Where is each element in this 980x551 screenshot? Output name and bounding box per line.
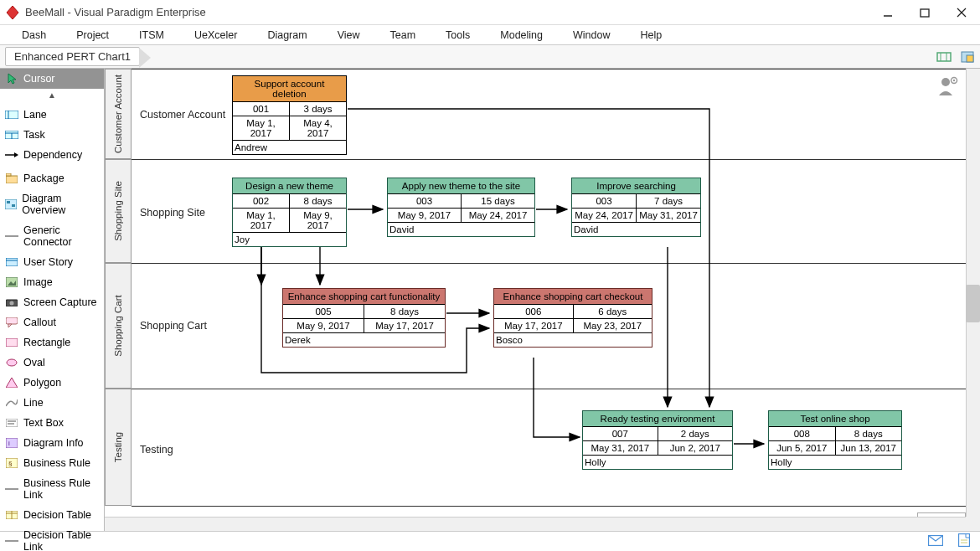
- task-001[interactable]: Support account deletion 0013 days May 1…: [232, 75, 347, 155]
- tablelink-icon: [5, 535, 18, 547]
- task-006[interactable]: Enhance shopping cart checkout 0066 days…: [493, 288, 652, 348]
- minimize-button[interactable]: [869, 0, 906, 25]
- palette-label: Decision Table: [23, 509, 91, 521]
- palette-dependency[interactable]: Dependency: [0, 145, 104, 165]
- palette-rectangle[interactable]: Rectangle: [0, 332, 104, 353]
- titlebar: BeeMall - Visual Paradigm Enterprise: [0, 0, 980, 25]
- menu-itsm[interactable]: ITSM: [124, 27, 179, 44]
- lane-header-customer-account[interactable]: Customer Account: [105, 69, 132, 159]
- palette-label: Business Rule: [23, 457, 90, 469]
- lane-icon: [5, 109, 18, 121]
- diagram-tab[interactable]: Enhanced PERT Chart1: [5, 47, 140, 66]
- task-008[interactable]: Test online shop 0088 days Jun 5, 2017Ju…: [768, 410, 902, 470]
- userstory-icon: [5, 256, 18, 268]
- palette-info[interactable]: iDiagram Info: [0, 433, 104, 453]
- menu-window[interactable]: Window: [558, 27, 625, 44]
- svg-rect-2: [921, 9, 929, 17]
- close-button[interactable]: [943, 0, 980, 25]
- lane-label-customer-account: Customer Account: [140, 109, 225, 121]
- scroll-thumb[interactable]: [966, 285, 980, 322]
- palette-lane[interactable]: Lane: [0, 105, 104, 125]
- palette-oval[interactable]: Oval: [0, 353, 104, 373]
- horizontal-scrollbar[interactable]: [105, 517, 966, 531]
- menubar: Dash Project ITSM UeXceler Diagram View …: [0, 25, 980, 45]
- menu-diagram[interactable]: Diagram: [252, 27, 322, 44]
- task-003[interactable]: Apply new theme to the site 00315 days M…: [387, 178, 535, 237]
- task-003b[interactable]: Improve searching 0037 days May 24, 2017…: [571, 178, 701, 237]
- menu-uexceler[interactable]: UeXceler: [179, 27, 252, 44]
- lane-label-shopping-cart: Shopping Cart: [140, 320, 207, 332]
- task-title: Ready testing environment: [583, 411, 732, 427]
- lane-header-shopping-site[interactable]: Shopping Site: [105, 159, 132, 263]
- oval-icon: [5, 357, 18, 368]
- menu-help[interactable]: Help: [625, 27, 677, 44]
- svg-rect-9: [967, 55, 973, 62]
- palette-callout[interactable]: Callout: [0, 312, 104, 332]
- scroll-corner: [966, 517, 980, 531]
- avatar-icon[interactable]: [937, 75, 959, 100]
- menu-modeling[interactable]: Modeling: [485, 27, 558, 44]
- pane-icon[interactable]: [960, 50, 975, 64]
- menu-tools[interactable]: Tools: [431, 27, 485, 44]
- task-icon: [5, 129, 18, 141]
- palette-label: Cursor: [23, 73, 55, 85]
- palette-label: Decision Table Link: [23, 529, 99, 551]
- palette-label: Text Box: [23, 417, 64, 429]
- task-title: Apply new theme to the site: [388, 178, 534, 194]
- lane-headers: Customer Account Shopping Site Shopping …: [105, 69, 132, 531]
- lane-header-shopping-cart[interactable]: Shopping Cart: [105, 263, 132, 389]
- palette-textbox[interactable]: Text Box: [0, 413, 104, 433]
- vertical-scrollbar[interactable]: [966, 69, 980, 517]
- main-area: Cursor ▲ Lane Task Dependency Package Di…: [0, 69, 980, 531]
- palette-capture[interactable]: Screen Capture: [0, 292, 104, 312]
- rule-icon: §: [5, 457, 18, 469]
- svg-marker-17: [14, 152, 18, 157]
- lane-header-testing[interactable]: Testing: [105, 389, 132, 506]
- palette-label: Image: [23, 276, 53, 288]
- table-icon: [5, 509, 18, 521]
- palette-package[interactable]: Package: [0, 168, 104, 188]
- menu-project[interactable]: Project: [61, 27, 124, 44]
- package-icon: [5, 173, 18, 184]
- palette-polygon[interactable]: Polygon: [0, 373, 104, 393]
- palette-tablelink[interactable]: Decision Table Link: [0, 525, 104, 551]
- svg-rect-11: [5, 111, 18, 119]
- capture-icon: [5, 296, 18, 308]
- menu-dash[interactable]: Dash: [7, 27, 61, 44]
- svg-point-29: [10, 301, 14, 306]
- palette-rulelink[interactable]: Business Rule Link: [0, 473, 104, 505]
- task-title: Enhance shopping cart checkout: [494, 289, 652, 305]
- task-007[interactable]: Ready testing environment 0072 days May …: [582, 410, 733, 470]
- task-002[interactable]: Design a new theme 0028 days May 1, 2017…: [232, 178, 347, 247]
- mail-icon[interactable]: [928, 535, 943, 548]
- menu-view[interactable]: View: [322, 27, 375, 44]
- svg-point-33: [7, 359, 17, 366]
- palette-line[interactable]: Line: [0, 393, 104, 413]
- palette-rule[interactable]: §Business Rule: [0, 453, 104, 473]
- app-logo-icon: [5, 5, 20, 20]
- menu-team[interactable]: Team: [375, 27, 431, 44]
- palette-userstory[interactable]: User Story: [0, 252, 104, 272]
- task-005[interactable]: Enhance shopping cart functionality 0058…: [282, 288, 446, 348]
- svg-rect-19: [6, 173, 11, 176]
- palette-task[interactable]: Task: [0, 125, 104, 145]
- palette-label: Oval: [23, 357, 45, 368]
- maximize-button[interactable]: [906, 0, 943, 25]
- svg-rect-24: [6, 258, 18, 266]
- layout-icon[interactable]: [936, 50, 952, 64]
- palette-image[interactable]: Image: [0, 272, 104, 292]
- palette-overview[interactable]: Diagram Overview: [0, 188, 104, 220]
- note-icon[interactable]: [958, 533, 970, 549]
- line-icon: [5, 397, 18, 409]
- palette-table[interactable]: Decision Table: [0, 505, 104, 525]
- palette-label: Diagram Info: [23, 437, 84, 449]
- collapse-up-icon[interactable]: ▲: [0, 89, 104, 101]
- palette-connector[interactable]: Generic Connector: [0, 220, 104, 252]
- palette-cursor[interactable]: Cursor: [0, 69, 104, 89]
- task-title: Support account deletion: [233, 76, 346, 102]
- palette-label: Callout: [23, 317, 56, 328]
- palette-label: Screen Capture: [23, 296, 97, 308]
- task-title: Test online shop: [769, 411, 901, 427]
- statusbar: [0, 531, 980, 551]
- diagram-canvas[interactable]: Customer Account Shopping Site Shopping …: [105, 69, 980, 531]
